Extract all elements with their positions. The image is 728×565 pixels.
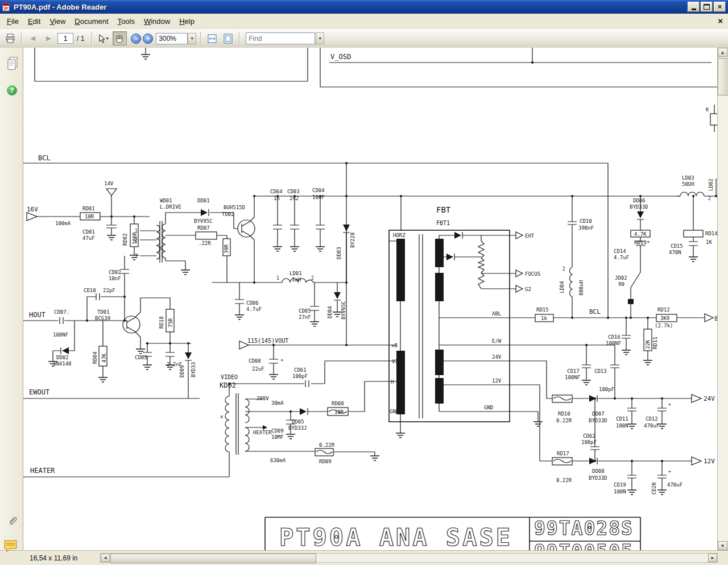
scroll-down-button[interactable]: ▼ [718, 541, 727, 550]
schematic-label: 0.22R [556, 418, 572, 423]
toolbar: ◀ ▶ / 1 ▼ − + 300% ▼ ▼ [0, 29, 728, 48]
schematic-label: WD01 [160, 198, 172, 203]
schematic-label: FBT [436, 205, 451, 214]
schematic-label: 100pF [581, 439, 597, 445]
schematic-label: 3 [135, 254, 138, 259]
schematic-label: BYV95C [341, 301, 346, 319]
find-dropdown-button[interactable]: ▼ [316, 32, 324, 44]
zoom-out-button[interactable]: − [131, 34, 141, 44]
pages-panel-icon[interactable] [7, 57, 19, 73]
schematic-label: + [668, 402, 671, 407]
schematic-label: 100NF [53, 332, 68, 338]
schematic-label: 100NF [565, 375, 580, 380]
back-arrow-icon: ◀ [30, 35, 35, 42]
schematic-label: V_OSD [330, 53, 351, 61]
schematic-label: DD09 [179, 365, 185, 377]
schematic-label: 39R [224, 244, 229, 254]
schematic-label: + [647, 239, 650, 244]
find-input[interactable] [246, 32, 315, 44]
previous-page-button[interactable]: ◀ [26, 31, 40, 45]
scroll-up-button[interactable]: ▲ [718, 48, 727, 57]
menu-item-edit[interactable]: Edit [23, 15, 45, 28]
zoom-level[interactable]: 300% [156, 33, 188, 44]
menu-item-help[interactable]: Help [175, 15, 199, 28]
zoom-in-button[interactable]: + [143, 34, 153, 44]
menu-item-window[interactable]: Window [139, 15, 175, 28]
schematic-label: DD05 [292, 419, 304, 425]
schematic-label: DD02 [56, 355, 69, 360]
schematic-label: TD01 [97, 309, 110, 315]
schematic-label: FOCUS [525, 271, 540, 277]
toolbar-separator [239, 32, 239, 45]
schematic-label: BYD33D [589, 418, 607, 423]
page-number-input[interactable] [57, 33, 73, 44]
minimize-icon [692, 9, 696, 10]
schematic-wires [23, 48, 718, 490]
schematic-label: CD01 [82, 229, 95, 235]
minimize-button[interactable] [688, 2, 700, 12]
schematic-label: 90 [618, 281, 624, 287]
schematic-label: LD03 [682, 175, 694, 181]
scroll-right-button[interactable]: ► [708, 554, 717, 562]
menu-item-file[interactable]: File [2, 15, 23, 28]
menu-item-view[interactable]: View [45, 15, 70, 28]
schematic-label: BCL [38, 154, 51, 162]
schematic-label: KD02 [220, 381, 236, 389]
schematic-label: RD09 [319, 459, 332, 464]
schematic-label: x [220, 414, 224, 419]
horizontal-scrollbar[interactable]: ◄ ► [100, 553, 718, 563]
schematic-label: RD12 [657, 307, 670, 313]
schematic-label: CD61 [294, 367, 307, 373]
schematic-label: 47K [101, 353, 107, 363]
chevron-down-icon: ▼ [190, 36, 194, 40]
toolbar-separator [92, 32, 92, 45]
schematic-label: FBT1 [436, 220, 450, 226]
vertical-scrollbar[interactable]: ▲ ▼ [717, 48, 728, 550]
menu-item-tools[interactable]: Tools [113, 15, 139, 28]
vertical-scroll-thumb[interactable] [718, 58, 728, 95]
schematic-label: CD06 [246, 300, 259, 306]
close-button[interactable]: × [714, 2, 726, 12]
schematic-label: LD01 [289, 271, 302, 276]
schematic-label: DD04 [327, 306, 333, 318]
schematic-label: 100NF [606, 340, 621, 346]
statusbar: 16,54 x 11,69 in ◄ ► [0, 550, 728, 565]
schematic-label: 100pF [599, 387, 614, 392]
schematic-label: 100N [616, 423, 628, 429]
schematic-label: 115(145)VOUT [247, 338, 288, 344]
document-close-icon[interactable]: × [718, 16, 723, 26]
help-icon[interactable]: ? [7, 85, 17, 95]
print-button[interactable] [3, 31, 17, 45]
schematic-label: DD08 [592, 468, 605, 474]
menu-item-document[interactable]: Document [70, 15, 113, 28]
schematic-label: 12V [492, 378, 502, 384]
hand-tool-button[interactable] [113, 31, 127, 45]
schematic-label: BYD33 [191, 362, 196, 377]
next-page-button[interactable]: ▶ [42, 31, 56, 45]
paperclip-icon [10, 517, 16, 524]
fit-page-button[interactable] [221, 31, 235, 45]
document-area[interactable]: V_OSDKBCL14V16VRD0110R100mACD0147uFRD021… [23, 48, 718, 550]
attachments-panel-icon[interactable] [7, 514, 18, 529]
schematic-label: 22K [645, 339, 651, 349]
schematic-label: RD01 [82, 206, 95, 211]
select-tool-button[interactable]: ▼ [96, 31, 111, 45]
scroll-left-button[interactable]: ◄ [101, 554, 110, 562]
fit-width-button[interactable] [205, 31, 219, 45]
schematic-label: JD02 [615, 275, 627, 281]
schematic-label: G2 [525, 286, 531, 292]
find-control: ▼ [246, 32, 324, 44]
horizontal-scroll-thumb[interactable] [110, 554, 316, 563]
comment-bubble-icon [5, 541, 16, 552]
schematic-label: CD11 [616, 416, 628, 422]
schematic-label: 10MF [271, 434, 284, 440]
schematic-label: E/W [492, 338, 502, 344]
zoom-dropdown-button[interactable]: ▼ [188, 33, 196, 44]
maximize-button[interactable] [701, 2, 713, 12]
scrollbar-corner [718, 551, 728, 565]
schematic-label: RD02 [122, 233, 128, 246]
comments-panel-icon[interactable] [3, 539, 19, 556]
schematic-label: CD62 [583, 433, 595, 439]
schematic-label: CD05 [299, 308, 311, 314]
schematic-label: 16V [27, 206, 38, 213]
